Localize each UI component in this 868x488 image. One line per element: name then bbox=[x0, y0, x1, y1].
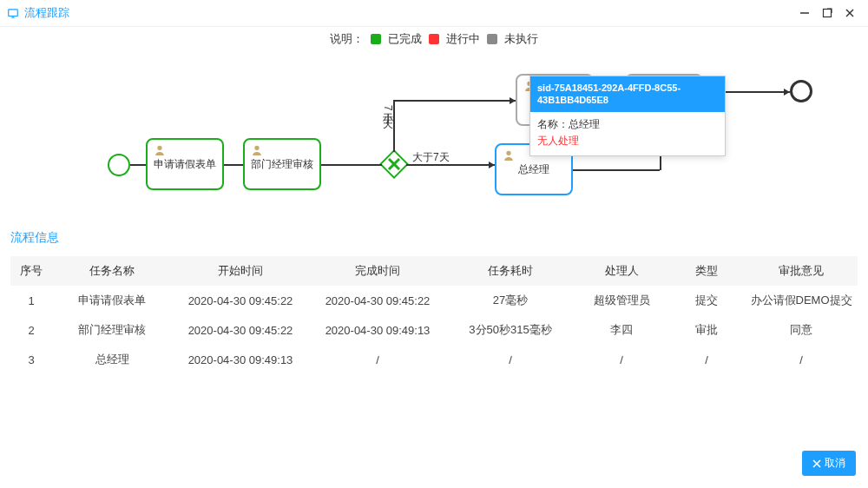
cell-dur: / bbox=[446, 345, 575, 374]
cell-idx: 1 bbox=[10, 286, 52, 315]
legend-doing: 进行中 bbox=[446, 31, 480, 47]
col-start: 开始时间 bbox=[172, 256, 309, 286]
edge bbox=[321, 164, 382, 166]
window-icon bbox=[7, 7, 19, 19]
tooltip-name-value: 总经理 bbox=[569, 118, 600, 130]
dialog: 流程跟踪 说明： 已完成 进行中 未执行 申请请假表单 部门经理审核 bbox=[0, 0, 868, 488]
legend-swatch-doing bbox=[429, 34, 439, 44]
cell-end: / bbox=[309, 345, 446, 374]
start-event[interactable] bbox=[108, 154, 130, 176]
table-row: 3总经理2020-04-30 09:49:13///// bbox=[10, 345, 858, 374]
cell-idx: 2 bbox=[10, 315, 52, 345]
col-dur: 任务耗时 bbox=[446, 256, 575, 286]
cell-end: 2020-04-30 09:49:13 bbox=[309, 315, 446, 345]
edge-label-lt7: 小于7天 bbox=[380, 105, 395, 111]
user-icon bbox=[153, 143, 167, 157]
cell-type: 提交 bbox=[668, 286, 745, 315]
table-row: 2部门经理审核2020-04-30 09:45:222020-04-30 09:… bbox=[10, 315, 858, 345]
cancel-label: 取消 bbox=[825, 456, 845, 471]
close-button[interactable] bbox=[838, 2, 861, 24]
section-title: 流程信息 bbox=[0, 225, 868, 251]
svg-rect-0 bbox=[9, 10, 18, 16]
cell-dur: 3分50秒315毫秒 bbox=[446, 315, 575, 345]
cell-start: 2020-04-30 09:45:22 bbox=[172, 315, 309, 345]
cell-dur: 27毫秒 bbox=[446, 286, 575, 315]
legend-swatch-done bbox=[371, 34, 381, 44]
cancel-button[interactable]: 取消 bbox=[802, 451, 856, 476]
cell-task: 总经理 bbox=[52, 345, 172, 374]
cell-type: / bbox=[668, 345, 745, 374]
cell-idx: 3 bbox=[10, 345, 52, 374]
col-handler: 处理人 bbox=[575, 256, 668, 286]
col-end: 完成时间 bbox=[309, 256, 446, 286]
arrowhead-icon bbox=[489, 162, 495, 168]
col-opinion: 审批意见 bbox=[745, 256, 858, 286]
cell-task: 部门经理审核 bbox=[52, 315, 172, 345]
legend-done: 已完成 bbox=[388, 31, 422, 47]
edge-label-gt7: 大于7天 bbox=[412, 150, 450, 165]
table-header: 序号 任务名称 开始时间 完成时间 任务耗时 处理人 类型 审批意见 bbox=[10, 256, 858, 286]
close-icon bbox=[812, 459, 821, 468]
cell-handler: / bbox=[575, 345, 668, 374]
task-label: 总经理 bbox=[518, 162, 549, 177]
end-event[interactable] bbox=[790, 80, 812, 102]
user-icon bbox=[502, 148, 516, 162]
tooltip-warn: 无人处理 bbox=[537, 134, 718, 148]
legend-swatch-pending bbox=[487, 34, 497, 44]
node-tooltip: sid-75A18451-292A-4FFD-8C55-43B1BB4D65E8… bbox=[529, 76, 726, 156]
cell-opinion: 同意 bbox=[745, 315, 858, 345]
col-task: 任务名称 bbox=[52, 256, 172, 286]
col-type: 类型 bbox=[668, 256, 745, 286]
minimize-button[interactable] bbox=[793, 2, 816, 24]
cell-start: 2020-04-30 09:45:22 bbox=[172, 286, 309, 315]
process-diagram: 申请请假表单 部门经理审核 人事 总经理 bbox=[0, 51, 868, 225]
arrowhead-icon bbox=[510, 97, 516, 104]
legend-pending: 未执行 bbox=[504, 31, 538, 47]
title-bar: 流程跟踪 bbox=[0, 0, 868, 27]
cell-type: 审批 bbox=[668, 315, 745, 345]
task-label: 申请请假表单 bbox=[154, 157, 216, 172]
user-icon bbox=[250, 143, 264, 157]
task-label: 部门经理审核 bbox=[251, 157, 313, 172]
col-idx: 序号 bbox=[10, 256, 52, 286]
cell-opinion: / bbox=[745, 345, 858, 374]
legend: 说明： 已完成 进行中 未执行 bbox=[0, 27, 868, 51]
edge bbox=[130, 164, 146, 166]
cell-start: 2020-04-30 09:49:13 bbox=[172, 345, 309, 374]
edge bbox=[224, 164, 243, 166]
cell-handler: 李四 bbox=[575, 315, 668, 345]
cell-end: 2020-04-30 09:45:22 bbox=[309, 286, 446, 315]
svg-rect-2 bbox=[824, 10, 832, 17]
table-row: 1申请请假表单2020-04-30 09:45:222020-04-30 09:… bbox=[10, 286, 858, 315]
cell-task: 申请请假表单 bbox=[52, 286, 172, 315]
maximize-button[interactable] bbox=[816, 2, 838, 24]
cell-opinion: 办公请假DEMO提交 bbox=[745, 286, 858, 315]
gateway-days[interactable] bbox=[379, 149, 409, 179]
tooltip-name-label: 名称： bbox=[537, 118, 569, 130]
tooltip-sid: sid-75A18451-292A-4FFD-8C55-43B1BB4D65E8 bbox=[530, 76, 725, 112]
edge bbox=[573, 169, 660, 171]
table-body: 1申请请假表单2020-04-30 09:45:222020-04-30 09:… bbox=[10, 286, 858, 374]
legend-label: 说明： bbox=[330, 31, 364, 47]
arrowhead-icon bbox=[784, 89, 790, 96]
edge bbox=[393, 100, 516, 102]
task-dept-review[interactable]: 部门经理审核 bbox=[243, 138, 321, 190]
tooltip-name-row: 名称：总经理 bbox=[537, 117, 718, 132]
cell-handler: 超级管理员 bbox=[575, 286, 668, 315]
flow-info-table: 序号 任务名称 开始时间 完成时间 任务耗时 处理人 类型 审批意见 1申请请假… bbox=[10, 256, 858, 374]
window-title: 流程跟踪 bbox=[24, 5, 69, 21]
task-apply-form[interactable]: 申请请假表单 bbox=[146, 138, 224, 190]
